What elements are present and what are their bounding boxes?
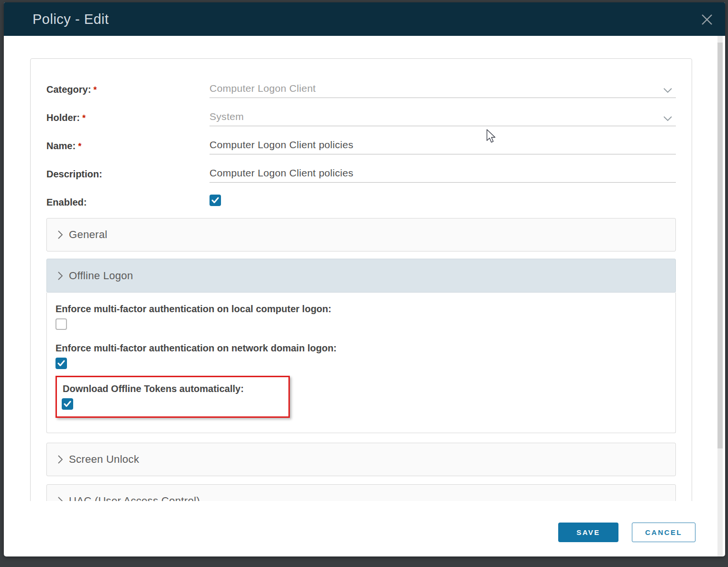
network-logon-label: Enforce multi-factor authentication on n… bbox=[55, 342, 667, 354]
enabled-field bbox=[210, 190, 676, 211]
holder-value: System bbox=[210, 111, 244, 122]
local-logon-label: Enforce multi-factor authentication on l… bbox=[55, 303, 667, 315]
chevron-down-icon bbox=[663, 88, 672, 93]
policy-edit-modal: Policy - Edit Category:* Computer Logon … bbox=[4, 2, 725, 556]
form-scroll-viewport[interactable]: Category:* Computer Logon Client Holder:… bbox=[30, 58, 692, 501]
chevron-right-icon bbox=[57, 230, 63, 240]
modal-title: Policy - Edit bbox=[33, 11, 109, 27]
download-tokens-label: Download Offline Tokens automatically: bbox=[63, 383, 281, 394]
chevron-down-icon bbox=[663, 116, 672, 121]
enabled-checkbox[interactable] bbox=[210, 195, 221, 206]
required-asterisk: * bbox=[82, 113, 86, 123]
description-label: Description: bbox=[46, 169, 210, 183]
save-button[interactable]: SAVE bbox=[558, 523, 618, 542]
required-asterisk: * bbox=[93, 85, 97, 95]
name-input[interactable]: Computer Logon Client policies bbox=[210, 133, 676, 154]
category-label-text: Category: bbox=[46, 84, 91, 95]
category-label: Category:* bbox=[46, 84, 210, 98]
local-logon-checkbox[interactable] bbox=[55, 318, 67, 330]
section-screen-unlock-title: Screen Unlock bbox=[69, 453, 139, 466]
description-value: Computer Logon Client policies bbox=[210, 167, 353, 179]
scrollbar-thumb[interactable] bbox=[717, 43, 723, 448]
name-value: Computer Logon Client policies bbox=[210, 139, 353, 151]
modal-header: Policy - Edit bbox=[4, 2, 725, 36]
cancel-button[interactable]: CANCEL bbox=[632, 523, 695, 542]
section-uac-title: UAC (User Access Control) bbox=[69, 495, 200, 501]
check-icon bbox=[211, 197, 219, 204]
setting-local-logon: Enforce multi-factor authentication on l… bbox=[55, 303, 667, 332]
holder-select[interactable]: System bbox=[210, 105, 676, 126]
description-input[interactable]: Computer Logon Client policies bbox=[210, 162, 676, 183]
network-logon-checkbox[interactable] bbox=[55, 358, 67, 369]
field-row-enabled: Enabled: bbox=[46, 190, 676, 211]
chevron-right-icon bbox=[57, 496, 63, 501]
description-label-text: Description: bbox=[46, 169, 102, 179]
category-value: Computer Logon Client bbox=[210, 83, 316, 94]
field-row-holder: Holder:* System bbox=[46, 105, 676, 126]
field-row-category: Category:* Computer Logon Client bbox=[46, 77, 676, 98]
section-offline-logon[interactable]: Offline Logon bbox=[46, 259, 676, 293]
highlight-box: Download Offline Tokens automatically: bbox=[55, 376, 290, 418]
enabled-label: Enabled: bbox=[46, 197, 210, 211]
holder-label: Holder:* bbox=[46, 112, 210, 126]
section-general-title: General bbox=[69, 229, 107, 241]
close-icon bbox=[700, 13, 714, 26]
holder-label-text: Holder: bbox=[46, 112, 80, 123]
section-uac[interactable]: UAC (User Access Control) bbox=[46, 484, 676, 501]
download-tokens-checkbox[interactable] bbox=[62, 398, 73, 410]
chevron-right-icon bbox=[57, 271, 63, 281]
check-icon bbox=[64, 401, 71, 407]
enabled-label-text: Enabled: bbox=[46, 197, 87, 207]
name-label-text: Name: bbox=[46, 141, 76, 151]
category-select[interactable]: Computer Logon Client bbox=[210, 77, 676, 98]
offline-logon-panel: Enforce multi-factor authentication on l… bbox=[46, 293, 676, 433]
chevron-right-icon bbox=[57, 455, 63, 464]
check-icon bbox=[57, 360, 65, 367]
section-general[interactable]: General bbox=[46, 218, 676, 251]
vertical-scrollbar[interactable] bbox=[717, 36, 723, 556]
policy-form-card: Category:* Computer Logon Client Holder:… bbox=[30, 58, 692, 501]
name-label: Name:* bbox=[46, 141, 210, 154]
setting-network-logon: Enforce multi-factor authentication on n… bbox=[55, 342, 667, 369]
field-row-description: Description: Computer Logon Client polic… bbox=[46, 162, 676, 183]
section-screen-unlock[interactable]: Screen Unlock bbox=[46, 443, 676, 476]
section-offline-logon-title: Offline Logon bbox=[69, 270, 133, 282]
field-row-name: Name:* Computer Logon Client policies bbox=[46, 133, 676, 154]
required-asterisk: * bbox=[78, 142, 81, 151]
close-button[interactable] bbox=[697, 10, 717, 29]
